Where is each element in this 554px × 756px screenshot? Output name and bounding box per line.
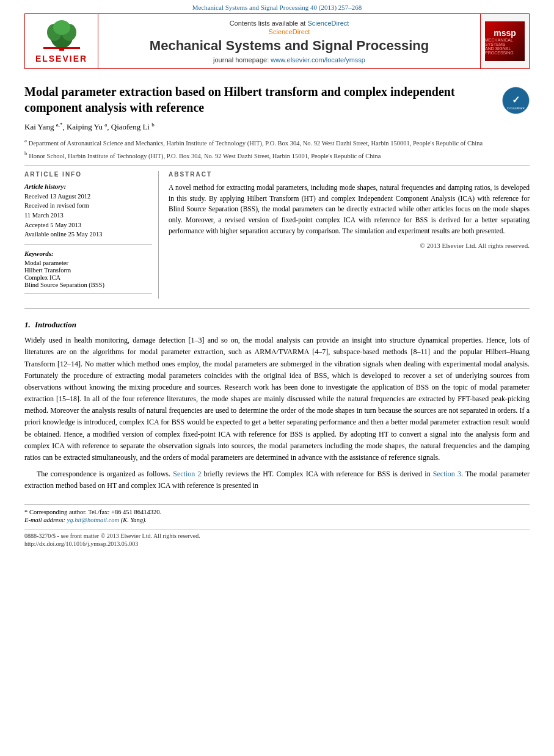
keyword-3: Complex ICA: [24, 274, 152, 281]
revised-date: 11 March 2013: [24, 211, 152, 220]
journal-title-section: Contents lists available at ScienceDirec…: [98, 14, 480, 68]
copyright-line: © 2013 Elsevier Ltd. All rights reserved…: [169, 242, 530, 249]
keyword-1: Modal parameter: [24, 260, 152, 266]
introduction-body: Widely used in health monitoring, damage…: [24, 335, 530, 492]
header-divider: [24, 165, 530, 166]
email-link[interactable]: yg.hit@hotmail.com: [67, 517, 119, 523]
elsevier-logo-section: ELSEVIER: [25, 14, 98, 68]
abstract-col: ABSTRACT A novel method for extracting m…: [169, 171, 530, 299]
paper-title: Modal parameter extraction based on Hilb…: [24, 84, 530, 115]
journal-homepage: journal homepage: www.elsevier.com/locat…: [213, 56, 365, 64]
available-date: Available online 25 May 2013: [24, 230, 152, 239]
title-section: ✓ CrossMark Modal parameter extraction b…: [24, 84, 530, 115]
info-abstract-section: ARTICLE INFO Article history: Received 1…: [24, 171, 530, 299]
science-direct-name: ScienceDirect: [269, 28, 310, 35]
authors-line: Kai Yang a,*, Kaiping Yu a, Qiaofeng Li …: [24, 122, 530, 132]
svg-text:CrossMark: CrossMark: [507, 106, 525, 110]
section3-link[interactable]: Section 3: [433, 470, 461, 478]
homepage-url[interactable]: www.elsevier.com/locate/ymssp: [271, 56, 365, 64]
affiliations: a Department of Astronautical Science an…: [24, 137, 530, 160]
accepted-date: Accepted 5 May 2013: [24, 221, 152, 230]
contents-available-text: Contents lists available at ScienceDirec…: [230, 20, 349, 27]
science-direct-link[interactable]: ScienceDirect: [307, 20, 349, 27]
revised-label: Received in revised form: [24, 202, 152, 211]
affiliation-b: b Honor School, Harbin Institute of Tech…: [24, 150, 530, 161]
received-date: Received 13 August 2012: [24, 192, 152, 202]
email-line: E-mail address: yg.hit@hotmail.com (K. Y…: [24, 517, 530, 523]
keywords-divider: [24, 244, 152, 245]
body-top-divider: [24, 308, 530, 309]
crossmark-badge: ✓ CrossMark: [502, 87, 530, 114]
introduction-heading: 1. Introduction: [24, 320, 530, 330]
section2-link[interactable]: Section 2: [173, 470, 201, 478]
svg-rect-5: [43, 47, 80, 49]
journal-reference: Mechanical Systems and Signal Processing…: [0, 0, 554, 13]
crossmark-section: ✓ CrossMark: [502, 87, 530, 117]
article-info-heading: ARTICLE INFO: [24, 171, 152, 178]
doi-line: http://dx.doi.org/10.1016/j.ymssp.2013.0…: [24, 540, 530, 547]
affiliation-a: a Department of Astronautical Science an…: [24, 137, 530, 148]
svg-text:✓: ✓: [512, 95, 520, 105]
footer: 0888-3270/$ - see front matter © 2013 El…: [24, 529, 530, 547]
intro-para-1: Widely used in health monitoring, damage…: [24, 335, 530, 463]
abstract-heading: ABSTRACT: [169, 171, 530, 178]
keywords-label: Keywords:: [24, 250, 152, 257]
elsevier-tree-icon: [37, 19, 86, 53]
intro-para-2: The correspondence is organized as follo…: [24, 468, 530, 492]
journal-title: Mechanical Systems and Signal Processing: [150, 38, 429, 54]
svg-point-4: [53, 20, 70, 35]
keyword-2: Hilbert Transform: [24, 267, 152, 274]
keyword-4: Blind Source Separation (BSS): [24, 282, 152, 288]
abstract-text: A novel method for extracting modal para…: [169, 183, 530, 237]
history-label: Article history:: [24, 183, 152, 190]
footnote-section: * Corresponding author. Tel./fax: +86 45…: [24, 504, 530, 523]
mssp-logo-section: mssp MECHANICAL SYSTEMS AND SIGNAL PROCE…: [480, 14, 529, 68]
keywords-end-divider: [24, 293, 152, 294]
issn-line: 0888-3270/$ - see front matter © 2013 El…: [24, 532, 530, 539]
mssp-logo: mssp MECHANICAL SYSTEMS AND SIGNAL PROCE…: [485, 21, 525, 61]
corresponding-note: * Corresponding author. Tel./fax: +86 45…: [24, 509, 530, 515]
paper-content: ✓ CrossMark Modal parameter extraction b…: [24, 69, 530, 554]
elsevier-wordmark: ELSEVIER: [35, 54, 87, 64]
journal-header: ELSEVIER Contents lists available at Sci…: [24, 13, 530, 69]
article-info-col: ARTICLE INFO Article history: Received 1…: [24, 171, 159, 299]
